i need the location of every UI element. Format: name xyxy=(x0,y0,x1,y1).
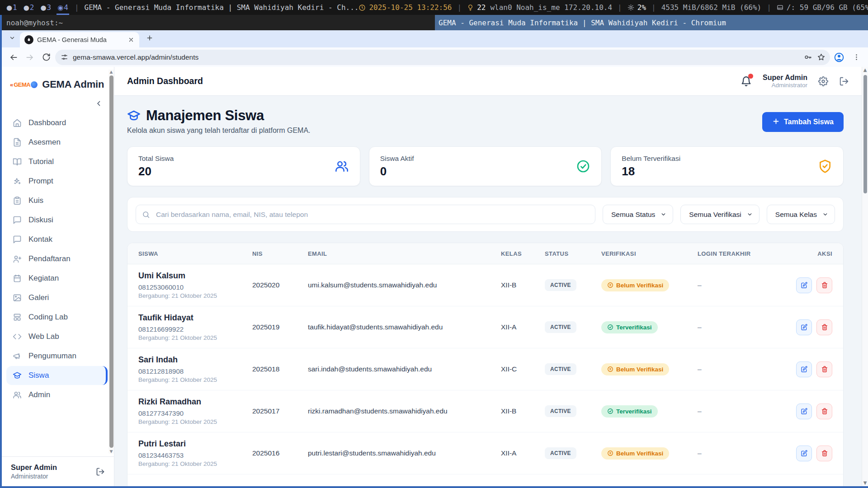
edit-button[interactable] xyxy=(796,319,812,335)
delete-button[interactable] xyxy=(816,277,832,293)
back-button[interactable] xyxy=(6,50,21,65)
workspace-dot-icon: ● xyxy=(40,4,46,12)
sidebar-item-dashboard[interactable]: Dashboard xyxy=(6,113,108,132)
clock-icon xyxy=(359,4,366,11)
verification-badge: Belum Verifikasi xyxy=(601,279,669,291)
x-circle-icon xyxy=(607,450,613,456)
sidebar-item-siswa[interactable]: Siswa xyxy=(6,366,108,385)
sidebar-item-prompt[interactable]: Prompt xyxy=(6,172,108,191)
delete-button[interactable] xyxy=(816,361,832,377)
browser-menu-icon[interactable] xyxy=(849,50,863,65)
edit-button[interactable] xyxy=(796,277,812,293)
edit-button[interactable] xyxy=(796,446,812,461)
cpu-widget: 2% xyxy=(627,3,646,12)
class-filter-select[interactable]: Semua Kelas xyxy=(767,205,835,224)
delete-button[interactable] xyxy=(816,446,832,461)
sidebar-item-kegiatan[interactable]: Kegiatan xyxy=(6,269,108,288)
add-student-button[interactable]: Tambah Siswa xyxy=(762,112,844,132)
table-row: Putri Lestari 081234463753 Bergabung: 21… xyxy=(127,432,843,474)
bookmark-star-icon[interactable] xyxy=(817,53,826,61)
sidebar-item-galeri[interactable]: Galeri xyxy=(6,288,108,307)
graduation-cap-icon xyxy=(13,371,22,380)
logout-icon[interactable] xyxy=(839,76,849,86)
wm-tab-browser-active[interactable]: GEMA - Generasi Muda Informatika | SMA W… xyxy=(435,15,868,30)
notification-bell-icon[interactable] xyxy=(741,75,752,87)
verification-badge: Terverifikasi xyxy=(601,405,658,418)
delete-button[interactable] xyxy=(816,319,832,335)
brand-name: GEMA Admin xyxy=(42,79,104,90)
sidebar-item-diskusi[interactable]: Diskusi xyxy=(6,211,108,230)
stat-label: Belum Terverifikasi xyxy=(622,155,680,163)
edit-button[interactable] xyxy=(796,361,812,377)
scroll-down-icon[interactable]: ▼ xyxy=(863,480,867,486)
page-title: Admin Dashboard xyxy=(127,76,203,86)
sidebar-item-tutorial[interactable]: Tutorial xyxy=(6,152,108,171)
sidebar-item-kontak[interactable]: Kontak xyxy=(6,230,108,249)
plus-icon xyxy=(146,34,153,43)
stat-value: 18 xyxy=(622,164,680,178)
site-settings-icon[interactable] xyxy=(61,53,68,61)
sidebar-item-kuis[interactable]: Kuis xyxy=(6,191,108,210)
scroll-down-icon[interactable]: ▼ xyxy=(110,449,113,454)
scrollbar-thumb[interactable] xyxy=(863,75,867,193)
settings-gear-icon[interactable] xyxy=(818,76,828,86)
search-box xyxy=(136,205,595,224)
scrollbar-thumb[interactable] xyxy=(109,75,113,448)
url-text[interactable]: gema-smawa.vercel.app/admin/students xyxy=(73,53,799,61)
sidebar-item-coding-lab[interactable]: Coding Lab xyxy=(6,308,108,327)
workspace-4-active[interactable]: ◉4 xyxy=(57,0,69,15)
separator: | xyxy=(74,3,80,12)
workspace-dot-icon: ● xyxy=(6,4,12,12)
browser-tab-active[interactable]: GEMA - Generasi Muda xyxy=(20,32,139,47)
wm-tab-terminal[interactable]: noah@myhost:~ xyxy=(2,15,435,30)
workspace-1[interactable]: ●1 xyxy=(5,0,18,15)
sidebar-item-web-lab[interactable]: Web Lab xyxy=(6,327,108,346)
chevron-down-icon xyxy=(822,211,828,217)
profile-avatar[interactable] xyxy=(832,50,846,65)
edit-button[interactable] xyxy=(796,404,812,419)
main-area: Admin Dashboard Super Admin Administrato… xyxy=(114,67,862,486)
sidebar-item-pengumuman[interactable]: Pengumuman xyxy=(6,347,108,366)
shield-check-icon xyxy=(818,159,832,174)
calendar-icon xyxy=(13,274,22,283)
sidebar-item-asesmen[interactable]: Asesmen xyxy=(6,133,108,152)
stat-label: Total Siswa xyxy=(138,155,174,163)
address-bar[interactable]: gema-smawa.vercel.app/admin/students xyxy=(55,50,830,65)
sidebar-item-pendaftaran[interactable]: Pendaftaran xyxy=(6,249,108,268)
status-badge: ACTIVE xyxy=(545,447,576,459)
table-header: SISWA NIS EMAIL KELAS STATUS VERIFIKASI … xyxy=(127,243,843,264)
search-input[interactable] xyxy=(136,205,595,224)
separator: | xyxy=(766,3,772,12)
reload-button[interactable] xyxy=(39,50,53,65)
scroll-up-icon[interactable]: ▲ xyxy=(110,70,113,74)
status-badge: ACTIVE xyxy=(545,363,576,375)
scroll-up-icon[interactable]: ▲ xyxy=(863,67,867,73)
forward-button[interactable] xyxy=(23,50,37,65)
browser-toolbar: gema-smawa.vercel.app/admin/students xyxy=(2,47,868,67)
sidebar-scrollbar[interactable]: ▲ ▼ xyxy=(108,70,114,454)
new-tab-button[interactable] xyxy=(143,32,156,46)
logout-icon[interactable] xyxy=(96,467,105,476)
verification-filter-select[interactable]: Semua Verifikasi xyxy=(680,205,759,224)
delete-button[interactable] xyxy=(816,404,832,419)
workspace-2[interactable]: ●2 xyxy=(23,0,35,15)
student-cell: Taufik Hidayat 081216699922 Bergabung: 2… xyxy=(138,313,252,341)
search-icon xyxy=(142,211,150,219)
user-name: Super Admin xyxy=(763,74,807,82)
section-title: Manajemen Siswa xyxy=(146,108,264,124)
workspace-3[interactable]: ●3 xyxy=(39,0,52,15)
sidebar-item-admin[interactable]: Admin xyxy=(6,385,108,404)
tab-close-icon[interactable] xyxy=(127,35,136,44)
disk-widget: /: 59 GB/96 GB (65%) xyxy=(777,3,868,12)
verification-badge: Belum Verifikasi xyxy=(601,447,669,460)
check-circle-icon xyxy=(607,408,613,414)
table-row: Sari Indah 081212818908 Bergabung: 21 Ok… xyxy=(127,348,843,390)
chat-bubble-icon xyxy=(13,216,22,225)
status-filter-select[interactable]: Semua Status xyxy=(603,205,673,224)
stats-row: Total Siswa 20 Siswa Aktif 0 xyxy=(127,146,844,186)
page-scrollbar[interactable]: ▲ ▼ xyxy=(862,67,868,486)
tab-search-button[interactable] xyxy=(5,32,19,46)
student-cell: Sari Indah 081212818908 Bergabung: 21 Ok… xyxy=(138,355,252,383)
password-key-icon[interactable] xyxy=(804,53,812,61)
collapse-sidebar-button[interactable] xyxy=(95,99,103,108)
